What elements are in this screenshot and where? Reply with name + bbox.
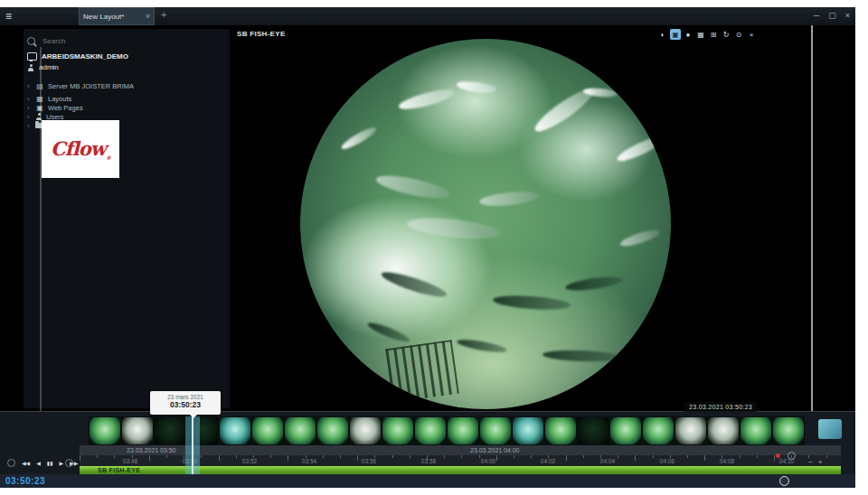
search-icon xyxy=(27,37,35,45)
step-forward-button[interactable]: ▶ xyxy=(59,460,63,466)
fish-shape xyxy=(406,215,502,243)
tree-item-layouts[interactable]: ›▦Layouts xyxy=(24,94,230,103)
logo-box: Cflow® xyxy=(42,120,119,178)
sync-icon[interactable] xyxy=(788,452,796,460)
fish-shape xyxy=(618,227,661,249)
rotate-icon[interactable]: ↻ xyxy=(721,29,731,40)
expand-arrow-icon[interactable]: › xyxy=(27,95,32,103)
tree-item-web-pages[interactable]: ›▣Web Pages xyxy=(24,103,230,112)
maximize-button[interactable]: ▢ xyxy=(828,9,836,23)
tick-mark xyxy=(270,455,271,458)
tick-mark xyxy=(826,455,827,458)
minimize-button[interactable]: ─ xyxy=(814,9,819,23)
fish-shape xyxy=(493,294,571,312)
timeline-thumbnail[interactable] xyxy=(479,416,512,445)
close-tile-icon[interactable]: × xyxy=(746,29,757,40)
dewarping-icon[interactable]: ◐ xyxy=(657,29,668,40)
timeline-thumbnail[interactable] xyxy=(642,416,675,445)
expand-arrow-icon[interactable]: › xyxy=(27,104,32,112)
tooltip-time: 03:50:23 xyxy=(150,400,221,409)
timeline[interactable]: 23.03.2021 03:50 23.03.2021 04:00 03:480… xyxy=(0,411,855,488)
app-window: ≡ New Layout* × + ─▢× ARBEIDSMASKIN_DEMO… xyxy=(0,7,855,488)
tick-mark xyxy=(740,455,741,458)
expand-arrow-icon[interactable]: › xyxy=(27,113,32,121)
current-time-display: 03:50:23 xyxy=(5,476,45,486)
timeline-thumbnail[interactable] xyxy=(219,416,251,445)
tree-item-label: Server MB JOISTER BRIMA xyxy=(48,82,134,90)
timeline-thumbnail[interactable] xyxy=(772,416,805,445)
fish-shape xyxy=(564,275,623,294)
search-row xyxy=(27,36,217,46)
camera-tile[interactable]: SB FISH-EYE ◐▣●▦⊞↻⊙× 23.03.2021 03:50:23 xyxy=(231,25,762,417)
step-back-button[interactable]: ◀ xyxy=(36,460,41,466)
timeline-thumbnail[interactable] xyxy=(609,416,642,445)
expand-arrow-icon[interactable]: › xyxy=(27,82,32,90)
timeline-thumbnail[interactable] xyxy=(316,416,349,445)
tick-mark xyxy=(80,455,80,461)
tick-label: 04:08 xyxy=(720,458,734,464)
playhead[interactable] xyxy=(185,416,200,474)
timeline-thumbnail[interactable] xyxy=(707,416,740,445)
add-tab-button[interactable]: + xyxy=(161,9,166,20)
tick-label: 03:54 xyxy=(302,458,316,464)
timeline-thumbnail[interactable] xyxy=(284,416,316,445)
timeline-zoom-out-button[interactable]: − xyxy=(808,458,813,466)
zoom-slider-knob[interactable] xyxy=(779,476,789,486)
info-icon[interactable]: ⊙ xyxy=(733,29,744,40)
close-window-button[interactable]: × xyxy=(845,9,850,23)
timeline-thumbnail[interactable] xyxy=(675,416,707,445)
tick-mark xyxy=(687,455,688,458)
right-panel-thumbnail xyxy=(818,419,842,439)
tick-label: 03:52 xyxy=(242,458,257,464)
timeline-thumbnail[interactable] xyxy=(121,416,154,445)
fish-shape xyxy=(380,268,449,302)
layout-tab[interactable]: New Layout* × xyxy=(79,7,155,25)
fish-shape xyxy=(374,171,452,202)
system-row[interactable]: ARBEIDSMASKIN_DEMO xyxy=(27,52,128,61)
title-bar: ≡ New Layout* × + ─▢× xyxy=(0,7,855,26)
timeline-thumbnail[interactable] xyxy=(512,416,544,445)
tick-mark xyxy=(219,455,220,461)
chunk-date-label: 23.03.2021 04:00 xyxy=(470,447,520,453)
tick-mark xyxy=(236,455,237,458)
timeline-thumbnail[interactable] xyxy=(154,416,186,445)
jog-left-icon[interactable] xyxy=(7,459,15,467)
timeline-thumbnail[interactable] xyxy=(577,416,609,445)
timeline-thumbnail[interactable] xyxy=(349,416,382,445)
live-indicator-icon[interactable] xyxy=(776,453,780,458)
timeline-thumbnail[interactable] xyxy=(414,416,447,445)
screenshot-icon[interactable]: ▦ xyxy=(695,29,706,40)
tick-mark xyxy=(531,455,532,458)
video-timestamp: 23.03.2021 03:50:23 xyxy=(684,402,757,412)
expand-arrow-icon[interactable]: › xyxy=(27,122,32,130)
search-input[interactable] xyxy=(41,36,217,46)
tick-label: 04:06 xyxy=(660,458,675,464)
net-structure xyxy=(385,340,459,403)
hamburger-menu-icon[interactable]: ≡ xyxy=(5,9,12,23)
tick-label: 04:02 xyxy=(541,458,555,464)
tab-close-icon[interactable]: × xyxy=(146,12,150,21)
timeline-zoom-in-button[interactable]: + xyxy=(818,458,823,466)
user-row[interactable]: admin xyxy=(27,63,59,71)
previous-chunk-button[interactable]: ◀◀ xyxy=(22,460,30,466)
tile-controls: ◐▣●▦⊞↻⊙× xyxy=(657,29,757,40)
tick-mark xyxy=(149,455,150,461)
record-indicator-icon[interactable]: ● xyxy=(683,29,693,40)
playhead-tooltip: 23 mars 2021 03:50:23 xyxy=(150,391,221,415)
smart-search-icon[interactable]: ⊞ xyxy=(708,29,719,40)
right-panel-divider[interactable] xyxy=(811,25,813,470)
tree-item-server[interactable]: ›▤Server MB JOISTER BRIMA xyxy=(24,81,230,90)
tick-mark xyxy=(410,455,410,458)
timeline-thumbnail[interactable] xyxy=(447,416,479,445)
zoom-window-icon[interactable]: ▣ xyxy=(670,29,681,40)
tick-mark xyxy=(496,455,497,461)
timeline-thumbnail[interactable] xyxy=(544,416,577,445)
pause-button[interactable]: ▮▮ xyxy=(47,460,53,466)
timeline-thumbnail[interactable] xyxy=(251,416,284,445)
timeline-thumbnail[interactable] xyxy=(89,416,121,445)
camera-name-overlay: SB FISH-EYE xyxy=(237,30,286,38)
timeline-thumbnail[interactable] xyxy=(740,416,772,445)
timeline-thumbnail[interactable] xyxy=(382,416,414,445)
left-panel-divider[interactable] xyxy=(40,47,42,473)
next-chunk-button[interactable]: ▶▶ xyxy=(70,460,78,466)
